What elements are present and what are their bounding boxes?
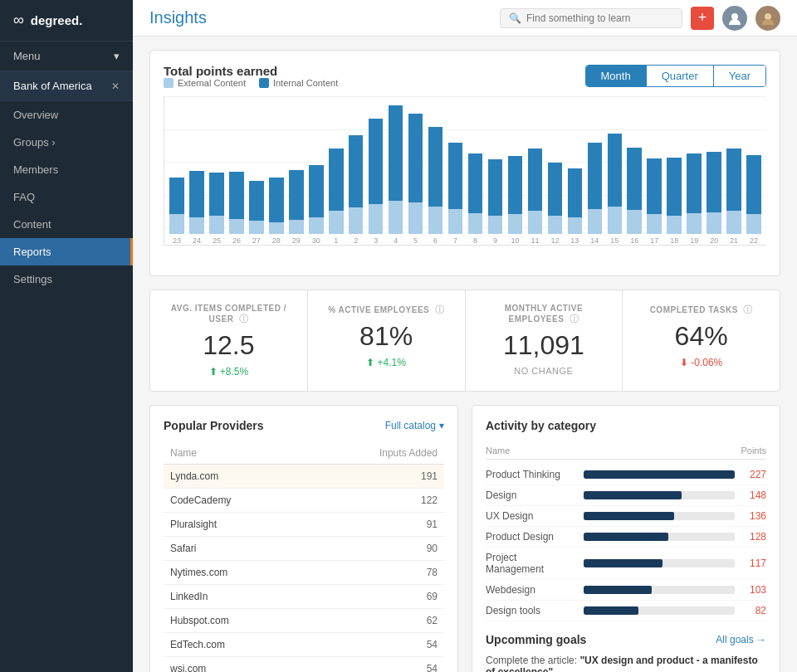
category-row: Project Management117 [486,548,766,580]
page-title: Insights [149,8,207,27]
org-close-icon[interactable]: ✕ [111,80,120,92]
providers-link[interactable]: Full catalog ▾ [385,420,444,431]
bar-group: 11 [526,149,544,245]
bar-external [667,216,682,234]
bar-label: 13 [570,236,579,245]
goals-link[interactable]: All goals → [716,634,766,645]
table-row: CodeCademy122 [164,489,444,513]
stat-label: AVG. ITEMS COMPLETED / USER ⓘ [164,304,294,325]
category-row: Webdesign103 [486,580,766,601]
category-name: Webdesign [486,584,577,596]
category-value: 136 [741,510,766,522]
search-input[interactable] [526,12,667,24]
bar-internal [687,153,702,213]
bar-label: 4 [394,236,398,245]
bar-group: 28 [267,178,286,245]
sidebar-item-members[interactable]: Members [0,156,133,183]
svg-point-1 [765,13,771,20]
bar-label: 22 [750,236,758,245]
org-item[interactable]: Bank of America ✕ [0,71,133,101]
bar-internal [448,143,463,209]
chart-section: Total points earned External Content Int… [149,50,780,276]
bar-stack [387,105,405,234]
activity-title: Activity by category [486,419,596,432]
category-row: Product Thinking227 [486,465,766,485]
bar-label: 9 [493,236,497,245]
bar-label: 12 [550,236,559,245]
bar-stack [327,149,345,234]
period-month[interactable]: Month [586,66,647,86]
avatar-photo[interactable] [755,6,780,31]
bar-stack [565,168,584,234]
bar-internal [588,143,603,209]
menu-label: Menu [13,50,41,62]
provider-inputs: 122 [306,489,444,513]
bar-external [488,216,503,234]
goals-header: Upcomming goals All goals → [486,633,766,646]
svg-point-0 [731,13,738,20]
logo-icon: ∞ [13,12,24,29]
bar-external [428,207,443,234]
bar-group: 19 [685,153,703,245]
up-arrow-icon: ⬆ [209,366,218,377]
goals-title: Upcomming goals [486,633,586,646]
bar-group: 12 [545,163,564,245]
sidebar-item-content[interactable]: Content [0,211,133,238]
bar-group: 3 [367,119,385,245]
bar-label: 14 [590,236,599,245]
category-value: 82 [741,605,766,616]
bar-stack [605,134,623,234]
stat-change: ⬆ +4.1% [321,357,452,368]
bar-group: 8 [467,153,485,245]
add-button[interactable]: + [691,7,714,30]
providers-header: Popular Providers Full catalog ▾ [164,419,444,432]
category-bar [584,606,638,615]
category-name: Project Management [486,552,577,575]
stat-card-monthly-active: MONTHLY ACTIVE EMPLOYEES ⓘ11,091NO CHANG… [466,290,623,391]
category-bar-container [584,533,735,541]
bar-stack [407,114,425,234]
bar-label: 1 [334,236,338,245]
bar-internal [548,163,563,216]
bar-group: 23 [168,178,186,245]
sidebar: ∞ degreed. Menu ▾ Bank of America ✕ Over… [0,0,133,672]
bar-label: 2 [354,236,358,245]
provider-name: Pluralsight [164,513,306,537]
goal-text: Complete the article: "UX design and pro… [486,655,766,672]
goals-list: Complete the article: "UX design and pro… [486,655,766,672]
sidebar-item-settings[interactable]: Settings [0,265,133,293]
category-value: 227 [741,469,766,480]
provider-name: wsj.com [164,657,306,673]
stat-label: COMPLETED TASKS ⓘ [636,304,766,316]
avatar-user[interactable] [722,6,747,31]
search-box[interactable]: 🔍 [500,8,682,28]
period-year[interactable]: Year [714,66,765,86]
menu-header[interactable]: Menu ▾ [0,41,133,71]
category-bar-container [584,586,735,594]
bar-external [508,214,523,234]
bar-external [229,219,244,234]
bar-label: 18 [670,236,678,245]
bar-external [588,209,603,234]
col-name-header: Name [164,442,306,465]
sidebar-item-faq[interactable]: FAQ [0,183,133,211]
category-bar [584,470,735,479]
bar-group: 26 [227,172,246,245]
bar-external [189,217,204,234]
sidebar-item-groups[interactable]: Groups › [0,129,133,156]
period-quarter[interactable]: Quarter [647,66,714,86]
sidebar-item-overview[interactable]: Overview [0,101,133,129]
activity-header: Activity by category [486,419,766,432]
category-value: 148 [741,489,766,501]
bar-group: 17 [645,158,663,245]
bar-internal [568,168,583,217]
sidebar-item-reports[interactable]: Reports [0,238,133,265]
bar-stack [188,171,206,234]
bottom-panels: Popular Providers Full catalog ▾ Name In… [149,405,780,672]
category-bar [584,491,682,499]
bar-internal [309,165,324,217]
bar-external [329,211,344,234]
bar-label: 29 [292,236,301,245]
bar-stack [208,173,226,234]
provider-name: Lynda.com [164,465,306,489]
